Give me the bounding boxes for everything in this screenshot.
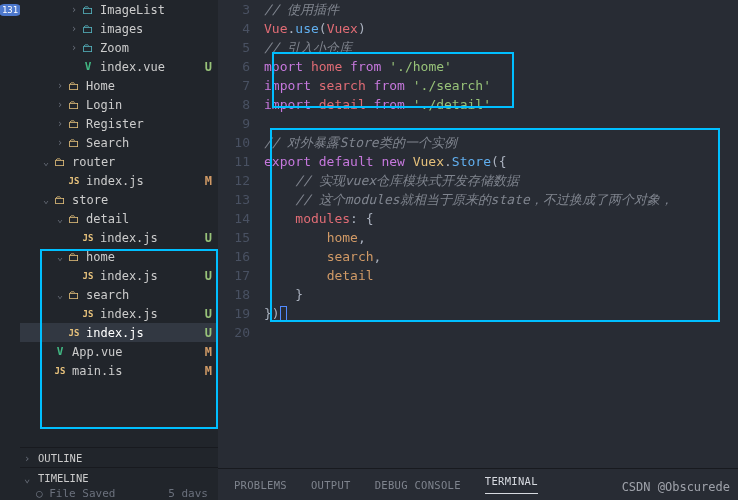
code-line[interactable] xyxy=(264,114,738,133)
tree-item-label: home xyxy=(86,250,200,264)
code-line[interactable]: // 实现vuex仓库模块式开发存储数据 xyxy=(264,171,738,190)
code-line[interactable]: } xyxy=(264,285,738,304)
code-line[interactable]: // 对外暴露Store类的一个实例 xyxy=(264,133,738,152)
chevron-icon: › xyxy=(68,42,80,53)
timeline-item-label: ○ File Saved xyxy=(36,487,115,500)
tree-item-label: index.js xyxy=(100,307,200,321)
line-gutter: 34567891011121314151617181920 xyxy=(218,0,264,468)
tree-item-label: search xyxy=(86,288,200,302)
tab-output[interactable]: OUTPUT xyxy=(311,479,351,491)
git-status-badge: U xyxy=(200,269,212,283)
git-status-badge: M xyxy=(200,345,212,359)
folder-icon: 🗀 xyxy=(52,155,68,169)
timeline-section[interactable]: ⌄ TIMELINE xyxy=(20,467,218,487)
folder-item[interactable]: ⌄🗀router xyxy=(20,152,218,171)
code-line[interactable]: detail xyxy=(264,266,738,285)
activity-bar[interactable]: 131 xyxy=(0,0,20,500)
folder-icon: 🗀 xyxy=(80,3,96,17)
js-icon: JS xyxy=(80,271,96,281)
tree-item-label: index.vue xyxy=(100,60,200,74)
vue-icon: V xyxy=(52,345,68,358)
tree-item-label: index.js xyxy=(86,326,200,340)
outline-label: OUTLINE xyxy=(38,452,82,464)
js-icon: JS xyxy=(66,176,82,186)
folder-item[interactable]: ⌄🗀home xyxy=(20,247,218,266)
tab-problems[interactable]: PROBLEMS xyxy=(234,479,287,491)
folder-item[interactable]: ›🗀Register xyxy=(20,114,218,133)
editor-pane: 34567891011121314151617181920 // 使用插件Vue… xyxy=(218,0,738,500)
folder-icon: 🗀 xyxy=(52,193,68,207)
tree-item-label: main.is xyxy=(72,364,200,378)
vue-icon: V xyxy=(80,60,96,73)
folder-icon: 🗀 xyxy=(66,98,82,112)
folder-item[interactable]: ›🗀ImageList xyxy=(20,0,218,19)
js-icon: JS xyxy=(52,366,68,376)
code-line[interactable]: // 使用插件 xyxy=(264,0,738,19)
code-line[interactable]: import search from './search' xyxy=(264,76,738,95)
tree-item-label: index.js xyxy=(86,174,200,188)
tree-item-label: Register xyxy=(86,117,200,131)
folder-icon: 🗀 xyxy=(66,117,82,131)
folder-item[interactable]: ⌄🗀store xyxy=(20,190,218,209)
file-item[interactable]: JSindex.jsU xyxy=(20,266,218,285)
folder-item[interactable]: ⌄🗀search xyxy=(20,285,218,304)
code-editor[interactable]: 34567891011121314151617181920 // 使用插件Vue… xyxy=(218,0,738,468)
git-status-badge: U xyxy=(200,307,212,321)
folder-item[interactable]: ›🗀Home xyxy=(20,76,218,95)
file-item[interactable]: VApp.vueM xyxy=(20,342,218,361)
git-status-badge: U xyxy=(200,326,212,340)
timeline-item-when: 5 davs xyxy=(168,487,208,500)
tab-debug-console[interactable]: DEBUG CONSOLE xyxy=(375,479,461,491)
code-line[interactable]: // 这个modules就相当于原来的state，不过换成了两个对象， xyxy=(264,190,738,209)
chevron-icon: › xyxy=(68,23,80,34)
file-item[interactable]: JSindex.jsU xyxy=(20,228,218,247)
tree-item-label: ImageList xyxy=(100,3,200,17)
timeline-item[interactable]: ○ File Saved 5 davs xyxy=(20,487,218,500)
tree-item-label: index.js xyxy=(100,269,200,283)
code-content[interactable]: // 使用插件Vue.use(Vuex)// 引入小仓库mport home f… xyxy=(264,0,738,468)
chevron-icon: ⌄ xyxy=(40,194,52,205)
notification-badge: 131 xyxy=(0,4,22,16)
file-item[interactable]: JSindex.jsM xyxy=(20,171,218,190)
tree-item-label: App.vue xyxy=(72,345,200,359)
folder-item[interactable]: ⌄🗀detail xyxy=(20,209,218,228)
file-explorer-sidebar: ›🗀ImageList›🗀images›🗀ZoomVindex.vueU›🗀Ho… xyxy=(20,0,218,500)
code-line[interactable]: }) xyxy=(264,304,738,323)
file-item[interactable]: JSmain.isM xyxy=(20,361,218,380)
text-cursor xyxy=(280,306,287,321)
code-line[interactable]: home, xyxy=(264,228,738,247)
folder-item[interactable]: ›🗀images xyxy=(20,19,218,38)
code-line[interactable]: mport home from './home' xyxy=(264,57,738,76)
file-item[interactable]: JSindex.jsU xyxy=(20,323,218,342)
git-status-badge: M xyxy=(200,364,212,378)
file-item[interactable]: Vindex.vueU xyxy=(20,57,218,76)
js-icon: JS xyxy=(66,328,82,338)
tree-item-label: store xyxy=(72,193,200,207)
tab-terminal[interactable]: TERMINAL xyxy=(485,475,538,494)
chevron-down-icon: ⌄ xyxy=(24,472,36,484)
code-line[interactable]: // 引入小仓库 xyxy=(264,38,738,57)
folder-item[interactable]: ›🗀Zoom xyxy=(20,38,218,57)
folder-item[interactable]: ›🗀Login xyxy=(20,95,218,114)
folder-icon: 🗀 xyxy=(66,136,82,150)
chevron-icon: › xyxy=(54,80,66,91)
chevron-icon: ⌄ xyxy=(54,251,66,262)
timeline-label: TIMELINE xyxy=(38,472,89,484)
code-line[interactable]: import detail from './detail' xyxy=(264,95,738,114)
tree-item-label: router xyxy=(72,155,200,169)
folder-icon: 🗀 xyxy=(80,41,96,55)
tree-item-label: detail xyxy=(86,212,200,226)
chevron-icon: ⌄ xyxy=(40,156,52,167)
chevron-icon: ⌄ xyxy=(54,289,66,300)
code-line[interactable]: modules: { xyxy=(264,209,738,228)
folder-item[interactable]: ›🗀Search xyxy=(20,133,218,152)
chevron-icon: › xyxy=(54,118,66,129)
file-item[interactable]: JSindex.jsU xyxy=(20,304,218,323)
tree-item-label: images xyxy=(100,22,200,36)
code-line[interactable]: export default new Vuex.Store({ xyxy=(264,152,738,171)
code-line[interactable]: search, xyxy=(264,247,738,266)
tree-item-label: Zoom xyxy=(100,41,200,55)
outline-section[interactable]: › OUTLINE xyxy=(20,447,218,467)
code-line[interactable]: Vue.use(Vuex) xyxy=(264,19,738,38)
chevron-icon: › xyxy=(54,137,66,148)
